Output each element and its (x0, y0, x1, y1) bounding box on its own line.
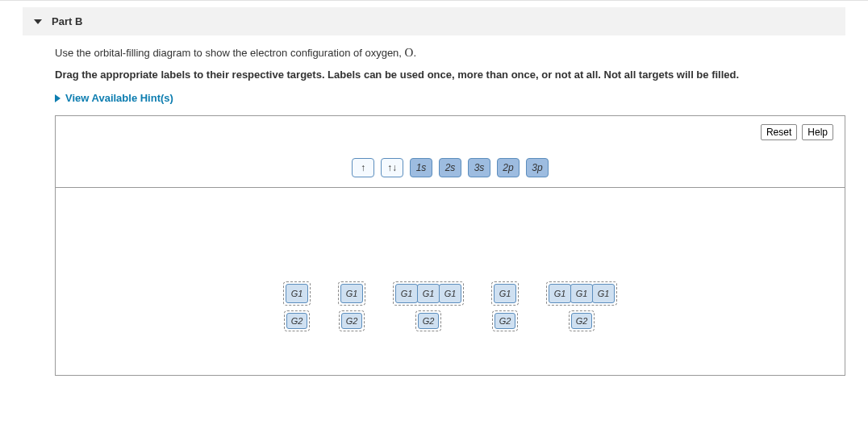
orbital-group: G1 G1 G1 G2 (393, 281, 464, 331)
label-2p[interactable]: 2p (497, 158, 520, 177)
reset-button[interactable]: Reset (761, 124, 797, 140)
label-2s[interactable]: 2s (439, 158, 461, 177)
label-1s[interactable]: 1s (410, 158, 432, 177)
orbital-target[interactable]: G1 (395, 284, 418, 303)
label-target[interactable]: G2 (418, 313, 439, 329)
part-header[interactable]: Part B (23, 7, 845, 35)
prompt-after: . (413, 47, 416, 59)
help-button[interactable]: Help (802, 124, 833, 140)
orbital-target[interactable]: G1 (439, 284, 461, 303)
orbital-group: G1 G2 (491, 281, 519, 331)
orbital-target[interactable]: G1 (494, 284, 516, 303)
prompt-before: Use the orbital-filling diagram to show … (55, 47, 405, 59)
label-target[interactable]: G2 (286, 313, 307, 329)
work-area: Reset Help ↑ ↑↓ 1s 2s 3s 2p 3p G1 G2 (55, 115, 845, 376)
orbital-group: G1 G2 (283, 281, 311, 331)
diagram-area: G1 G2 G1 G2 (65, 188, 835, 365)
label-target[interactable]: G2 (571, 313, 592, 329)
prompt-text: Use the orbital-filling diagram to show … (55, 44, 845, 62)
orbital-target[interactable]: G1 (340, 284, 363, 303)
label-3s[interactable]: 3s (468, 158, 490, 177)
orbital-target[interactable]: G1 (549, 284, 571, 303)
label-target[interactable]: G2 (495, 313, 515, 329)
hints-label: View Available Hint(s) (65, 92, 173, 104)
label-target[interactable]: G2 (341, 313, 362, 329)
label-arrow-up[interactable]: ↑ (352, 158, 374, 177)
label-3p[interactable]: 3p (526, 158, 549, 177)
orbital-target[interactable]: G1 (570, 284, 593, 303)
element-symbol: O (405, 46, 414, 59)
orbital-target[interactable]: G1 (286, 284, 308, 303)
label-palette: ↑ ↑↓ 1s 2s 3s 2p 3p (65, 158, 835, 177)
part-title: Part B (52, 15, 82, 27)
orbital-target[interactable]: G1 (592, 284, 615, 303)
orbital-target[interactable]: G1 (417, 284, 440, 303)
caret-down-icon (34, 19, 42, 24)
instruction-text: Drag the appropriate labels to their res… (55, 67, 845, 83)
orbital-group: G1 G2 (338, 281, 365, 331)
triangle-right-icon (55, 94, 61, 102)
label-arrow-pair[interactable]: ↑↓ (381, 158, 403, 177)
orbital-group: G1 G1 G1 G2 (546, 281, 617, 331)
view-hints-toggle[interactable]: View Available Hint(s) (55, 92, 173, 104)
